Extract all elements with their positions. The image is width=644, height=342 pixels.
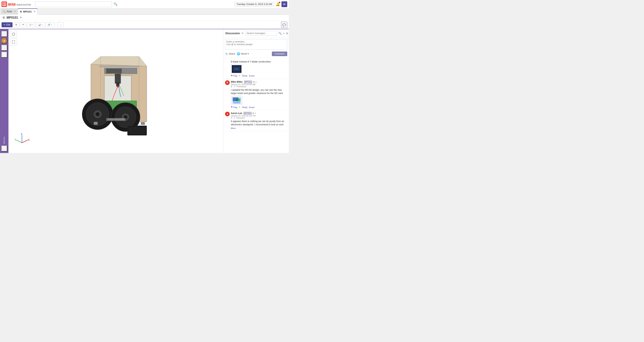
- sidebar-image-icon[interactable]: 🖼: [1, 51, 7, 58]
- tab-mp0101[interactable]: ⚙ MP0101 ✕: [18, 8, 38, 15]
- svg-rect-13: [115, 74, 121, 83]
- comment-author: Mike Miller: [231, 81, 242, 83]
- refresh-button[interactable]: ↻: [13, 22, 20, 27]
- comment-image: [231, 96, 242, 105]
- sidebar-list-icon[interactable]: ≡: [1, 45, 7, 51]
- discussion-header: Discussion ↻ 🔍 ▾ ⊞: [224, 29, 289, 37]
- discussion-refresh-button[interactable]: ↻: [242, 32, 244, 35]
- chart-button[interactable]: 📊 ▾: [36, 22, 45, 27]
- discussion-search-button[interactable]: 🔍: [278, 32, 282, 35]
- parts-tab-close[interactable]: ✕: [14, 10, 16, 13]
- chart-icon: 📊: [38, 23, 41, 26]
- viewport-rotate-button[interactable]: [10, 31, 17, 38]
- svg-rect-52: [233, 102, 240, 103]
- chat-icon: 💬: [282, 23, 286, 27]
- more-button[interactable]: ···: [58, 22, 64, 27]
- comment-dropdown-button[interactable]: ▾: [256, 81, 256, 83]
- comment-reply-button[interactable]: Reply: [242, 75, 248, 77]
- comment-image: [231, 64, 242, 74]
- comment-header: M Mike Miller MP0101 ⚙ ▾ January 24, 201…: [225, 80, 287, 88]
- comment-meta: Mike Miller MP0101 ⚙ ▾ January 24, 2018 …: [231, 80, 287, 88]
- edit-icon: ✏: [4, 23, 6, 26]
- world-visibility-button[interactable]: 🌐 World ▾: [237, 52, 249, 55]
- logo-grid-icon: [2, 1, 7, 7]
- comment-flag-button[interactable]: ⚑ Flag: [231, 75, 237, 77]
- link-caret: ▾: [51, 24, 52, 26]
- svg-point-43: [234, 68, 235, 70]
- comment-body: It appears there is nothing we can do pu…: [225, 120, 287, 126]
- comment-actions-bar: ⚑ Flag ⚑ Reply Erase: [225, 75, 287, 77]
- notifications-button[interactable]: 🔔: [276, 2, 280, 6]
- comment-header: A Aaron Lee MP2954 ⚙ ▾ January 23, 2018 …: [225, 112, 287, 119]
- cad-model-view: [8, 29, 223, 153]
- axes-indicator: X Y Z: [14, 133, 30, 147]
- discussion-search-input[interactable]: [245, 31, 277, 36]
- comment-item: M Mike Miller MP0101 ⚙ ▾ January 24, 201…: [225, 79, 287, 110]
- attach-button[interactable]: 📎 Attach: [225, 52, 235, 55]
- comment-date: January 23, 2018 at 3:22 PM: [231, 115, 287, 117]
- refresh-icon: ↻: [16, 23, 17, 26]
- svg-rect-31: [108, 119, 124, 120]
- comment-settings-button[interactable]: ⚙: [253, 81, 255, 83]
- user-avatar-button[interactable]: IA: [282, 1, 287, 7]
- discussion-panel: Discussion ↻ 🔍 ▾ ⊞ Enter a comment... Us…: [223, 29, 289, 153]
- viewport-fit-button[interactable]: [10, 38, 17, 45]
- comment-textarea[interactable]: Enter a comment... Use @ to mention peop…: [225, 39, 287, 50]
- global-search-input[interactable]: [35, 1, 112, 7]
- tabs-bar: 🔍 Parts ✕ ⚙ MP0101 ✕: [0, 8, 289, 15]
- sidebar-item-label: MP0101: [3, 135, 6, 144]
- notification-badge: [279, 2, 280, 3]
- comment-ref-link[interactable]: MP0101: [244, 81, 252, 83]
- toolbar: ✏ Edit ↻ ↶ ⬡ ▾ 📊 ▾ 🔗 ▾ ··· 💬: [0, 21, 289, 29]
- attach-icon: 📎: [225, 52, 228, 55]
- svg-point-44: [238, 68, 239, 70]
- avatar: M: [225, 80, 230, 85]
- global-search-button[interactable]: 🔍: [114, 2, 118, 6]
- parts-tab-label: Parts: [7, 10, 12, 13]
- avatar: A: [225, 112, 230, 116]
- comment-reply-button[interactable]: Reply: [242, 106, 248, 108]
- comment-body: 8-blade instead of 7-blade construction.: [225, 60, 287, 63]
- discussion-toggle-button[interactable]: 💬: [281, 22, 287, 28]
- edit-label: Edit: [6, 23, 10, 26]
- main-content: ☰ ● ≡ 🖼 MP0101 ▼: [0, 29, 289, 153]
- flag-icon: ⚑: [231, 106, 233, 108]
- svg-text:X: X: [28, 139, 30, 141]
- comment-erase-button[interactable]: Erase: [249, 106, 255, 108]
- comment-actions-bar: ⚑ Flag ⚑ Reply Erase: [225, 106, 287, 108]
- comment-more-link[interactable]: More: [225, 127, 287, 129]
- undo-button[interactable]: ↶: [20, 22, 26, 27]
- svg-rect-32: [100, 66, 139, 67]
- item-flag-button[interactable]: ⚑: [20, 16, 22, 19]
- comment-ref-link[interactable]: MP2954: [244, 112, 252, 115]
- link-button[interactable]: 🔗 ▾: [46, 22, 54, 27]
- world-label: World: [241, 52, 247, 55]
- comment-dropdown-button[interactable]: ▾: [255, 112, 256, 114]
- chart-caret: ▾: [42, 24, 42, 26]
- mp0101-tab-icon: ⚙: [20, 10, 22, 13]
- discussion-grid-button[interactable]: ⊞: [286, 32, 288, 35]
- tab-parts[interactable]: 🔍 Parts ✕: [1, 8, 18, 15]
- comment-submit-button[interactable]: Comment: [272, 51, 287, 56]
- comment-body: I updated the MCAD design, you can see t…: [225, 88, 287, 95]
- discussion-filter-button[interactable]: ▾: [283, 32, 284, 35]
- mp0101-tab-close[interactable]: ✕: [34, 10, 36, 13]
- edit-button[interactable]: ✏ Edit: [2, 22, 12, 27]
- world-icon: 🌐: [237, 52, 240, 55]
- comment-actions-bar: 📎 Attach 🌐 World ▾ Comment: [225, 51, 287, 56]
- comment-erase-button[interactable]: Erase: [249, 75, 255, 77]
- comment-item: A Aaron Lee MP2954 ⚙ ▾ January 23, 2018 …: [225, 110, 287, 131]
- sidebar-item-icon[interactable]: ●: [1, 38, 7, 44]
- sidebar-nav-icon[interactable]: ☰: [1, 31, 7, 37]
- svg-text:Y: Y: [15, 139, 16, 141]
- structure-icon: ⬡: [29, 23, 31, 26]
- comment-item: 8-blade instead of 7-blade construction.: [225, 58, 287, 79]
- sidebar-expand-icon[interactable]: ▼: [1, 145, 7, 152]
- comment-settings-button[interactable]: ⚙: [252, 112, 254, 115]
- comment-flag-button[interactable]: ⚑ Flag: [231, 106, 237, 108]
- structure-button[interactable]: ⬡ ▾: [27, 22, 35, 27]
- svg-rect-12: [106, 69, 122, 73]
- svg-rect-28: [94, 122, 98, 125]
- comment-author: Aaron Lee: [231, 112, 242, 115]
- svg-line-35: [16, 140, 22, 143]
